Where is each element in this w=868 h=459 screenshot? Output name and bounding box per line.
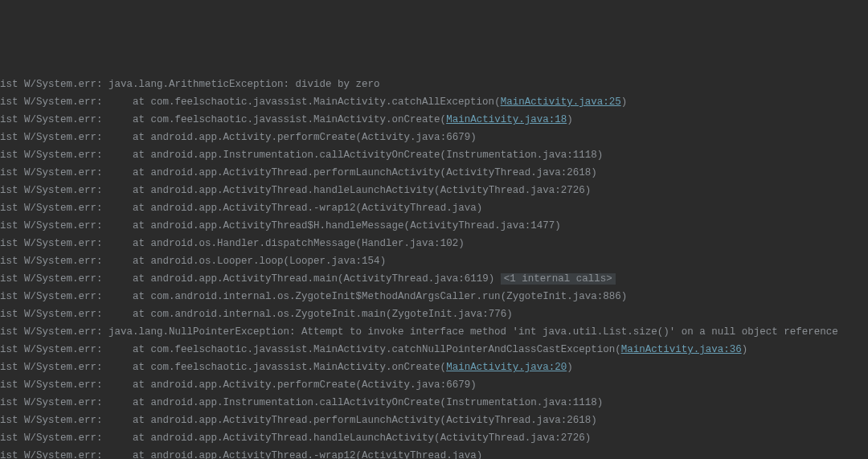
log-indent: at bbox=[108, 238, 151, 249]
source-location: ActivityThread.java bbox=[362, 450, 477, 459]
paren-open: ( bbox=[615, 344, 621, 355]
log-indent: at bbox=[108, 167, 151, 178]
source-link[interactable]: MainActivity.java:25 bbox=[501, 96, 621, 108]
log-prefix: ist W/System.err: bbox=[0, 362, 108, 373]
stack-method: com.feelschaotic.javassist.MainActivity.… bbox=[151, 344, 616, 355]
log-indent: at bbox=[108, 379, 151, 391]
log-line: ist W/System.err: at android.app.Activit… bbox=[0, 129, 868, 146]
paren-close: ) bbox=[470, 379, 477, 391]
paren-open: ( bbox=[356, 450, 362, 459]
paren-close: ) bbox=[477, 203, 483, 214]
stack-method: android.app.ActivityThread.handleLaunchA… bbox=[151, 432, 435, 444]
stack-method: com.feelschaotic.javassist.MainActivity.… bbox=[151, 362, 440, 373]
stack-method: android.app.ActivityThread$H.handleMessa… bbox=[151, 220, 404, 232]
source-link[interactable]: MainActivity.java:36 bbox=[621, 344, 742, 355]
log-prefix: ist W/System.err: bbox=[0, 185, 108, 196]
log-line: ist W/System.err: at com.android.interna… bbox=[0, 288, 868, 305]
source-link[interactable]: MainActivity.java:20 bbox=[446, 362, 567, 373]
log-line: ist W/System.err: at android.app.Activit… bbox=[0, 412, 868, 429]
source-location: Handler.java:102 bbox=[362, 238, 458, 249]
paren-open: ( bbox=[440, 167, 447, 178]
log-line: ist W/System.err: at android.app.Activit… bbox=[0, 182, 868, 199]
log-prefix: ist W/System.err: bbox=[0, 415, 108, 426]
paren-close: ) bbox=[555, 220, 561, 232]
log-indent: at bbox=[108, 432, 151, 444]
paren-close: ) bbox=[458, 238, 465, 249]
log-prefix: ist W/System.err: bbox=[0, 273, 108, 285]
log-prefix: ist W/System.err: bbox=[0, 256, 108, 267]
log-prefix: ist W/System.err: bbox=[0, 397, 108, 408]
source-location: Activity.java:6679 bbox=[362, 379, 470, 391]
source-location: ActivityThread.java:2726 bbox=[440, 432, 585, 444]
log-line: ist W/System.err: at android.os.Looper.l… bbox=[0, 252, 868, 270]
log-prefix: ist W/System.err: bbox=[0, 238, 108, 249]
source-location: ActivityThread.java:2618 bbox=[446, 415, 591, 426]
log-indent: at bbox=[108, 220, 151, 232]
source-location: Instrumentation.java:1118 bbox=[446, 397, 597, 408]
log-prefix: ist W/System.err: bbox=[0, 132, 108, 143]
paren-open: ( bbox=[404, 220, 411, 232]
paren-close: ) bbox=[597, 397, 604, 408]
paren-close: ) bbox=[506, 309, 513, 320]
log-line: ist W/System.err: at android.app.Activit… bbox=[0, 429, 868, 447]
log-prefix: ist W/System.err: bbox=[0, 309, 108, 320]
log-prefix: ist W/System.err: bbox=[0, 114, 108, 125]
log-line: ist W/System.err: at android.os.Handler.… bbox=[0, 235, 868, 252]
paren-open: ( bbox=[440, 415, 447, 426]
paren-close: ) bbox=[591, 415, 597, 426]
paren-close: ) bbox=[585, 185, 592, 196]
source-location: Looper.java:154 bbox=[289, 256, 380, 267]
stack-method: android.app.ActivityThread.performLaunch… bbox=[151, 167, 440, 178]
paren-open: ( bbox=[440, 362, 447, 373]
source-location: ZygoteInit.java:776 bbox=[392, 309, 507, 320]
paren-open: ( bbox=[440, 114, 447, 125]
source-location: ActivityThread.java bbox=[362, 203, 477, 214]
stack-method: android.app.Instrumentation.callActivity… bbox=[151, 150, 440, 161]
paren-open: ( bbox=[356, 203, 362, 214]
log-line: ist W/System.err: at com.feelschaotic.ja… bbox=[0, 111, 868, 129]
paren-open: ( bbox=[338, 273, 344, 285]
log-line: ist W/System.err: at android.app.Activit… bbox=[0, 447, 868, 459]
log-message: java.lang.ArithmeticException: divide by… bbox=[108, 79, 380, 90]
log-line: ist W/System.err: at com.feelschaotic.ja… bbox=[0, 93, 868, 111]
paren-open: ( bbox=[356, 238, 362, 249]
paren-close: ) bbox=[470, 132, 477, 143]
stack-method: android.app.Instrumentation.callActivity… bbox=[151, 397, 440, 408]
log-indent: at bbox=[108, 344, 151, 355]
log-line: ist W/System.err: at android.app.Activit… bbox=[0, 376, 868, 394]
log-line: ist W/System.err: java.lang.NullPointerE… bbox=[0, 323, 868, 341]
paren-close: ) bbox=[742, 344, 748, 355]
log-line: ist W/System.err: at android.app.Instrum… bbox=[0, 146, 868, 164]
paren-close: ) bbox=[597, 150, 604, 161]
paren-open: ( bbox=[356, 132, 362, 143]
paren-open: ( bbox=[494, 96, 501, 108]
log-indent: at bbox=[108, 397, 151, 408]
log-prefix: ist W/System.err: bbox=[0, 432, 108, 444]
stack-method: android.app.ActivityThread.main bbox=[151, 273, 338, 285]
log-indent: at bbox=[108, 415, 151, 426]
stack-method: android.app.ActivityThread.-wrap12 bbox=[151, 450, 356, 459]
paren-close: ) bbox=[380, 256, 387, 267]
log-indent: at bbox=[108, 132, 151, 143]
paren-open: ( bbox=[434, 185, 440, 196]
paren-open: ( bbox=[284, 256, 290, 267]
log-indent: at bbox=[108, 309, 151, 320]
log-indent: at bbox=[108, 256, 151, 267]
source-link[interactable]: MainActivity.java:18 bbox=[446, 114, 567, 125]
source-location: Activity.java:6679 bbox=[362, 132, 470, 143]
log-line: ist W/System.err: at android.app.Activit… bbox=[0, 164, 868, 182]
log-line: ist W/System.err: at com.android.interna… bbox=[0, 305, 868, 323]
log-line: ist W/System.err: java.lang.ArithmeticEx… bbox=[0, 76, 868, 93]
internal-calls-badge[interactable]: <1 internal calls> bbox=[501, 273, 616, 285]
source-location: ActivityThread.java:1477 bbox=[410, 220, 555, 232]
log-prefix: ist W/System.err: bbox=[0, 344, 108, 355]
stack-method: android.app.Activity.performCreate bbox=[151, 132, 356, 143]
paren-open: ( bbox=[440, 150, 447, 161]
log-prefix: ist W/System.err: bbox=[0, 203, 108, 214]
source-location: ZygoteInit.java:886 bbox=[506, 291, 621, 302]
log-indent: at bbox=[108, 203, 151, 214]
paren-close: ) bbox=[567, 362, 573, 373]
paren-open: ( bbox=[501, 291, 507, 302]
log-prefix: ist W/System.err: bbox=[0, 167, 108, 178]
log-prefix: ist W/System.err: bbox=[0, 379, 108, 391]
